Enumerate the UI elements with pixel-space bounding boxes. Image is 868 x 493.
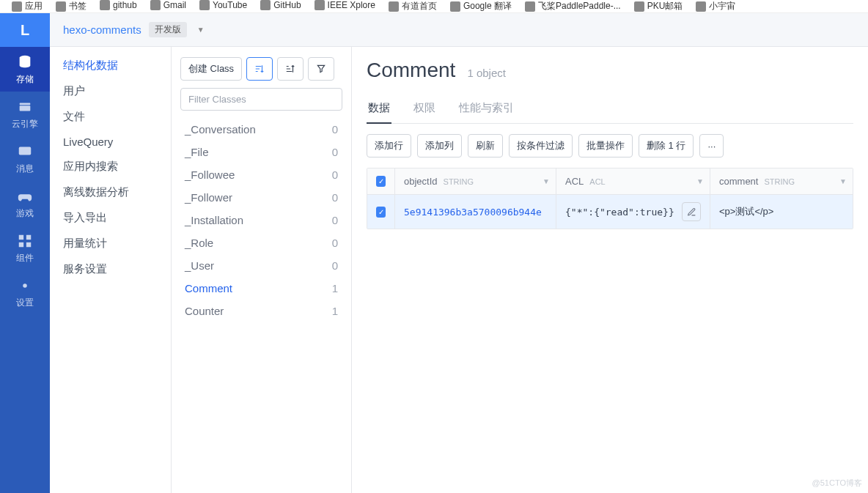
add-column-button[interactable]: 添加列 [417,134,462,157]
add-row-button[interactable]: 添加行 [367,134,411,157]
tab[interactable]: 数据 [367,95,391,124]
bookmark-item[interactable]: 应用 [12,0,43,12]
bookmark-item[interactable]: Gmail [150,0,186,10]
rail-label: 设置 [0,297,50,309]
column-header-acl[interactable]: ACLACL▼ [556,168,710,194]
delete-rows-button[interactable]: 删除 1 行 [639,134,694,157]
sidebar-item[interactable]: 应用内搜索 [50,154,171,179]
sort-desc-button[interactable] [277,57,304,81]
svg-rect-6 [19,242,23,247]
sort-asc-button[interactable] [246,57,273,81]
app-name-link[interactable]: hexo-comments [63,23,141,36]
database-icon [15,54,34,70]
filter-button[interactable]: 按条件过滤 [509,134,573,157]
rail-label: 云引擎 [0,118,50,130]
class-row[interactable]: Comment1 [180,277,342,300]
filter-icon-button[interactable] [308,57,334,81]
svg-rect-5 [26,235,31,240]
class-row[interactable]: _Follower0 [180,186,342,209]
bookmark-item[interactable]: IEEE Xplore [315,0,375,10]
top-header: hexo-comments 开发版 ▼ [50,13,868,47]
more-button[interactable]: ··· [699,134,724,157]
rail-label: 组件 [0,252,50,264]
bookmark-item[interactable]: PKU邮箱 [634,0,683,12]
bookmark-item[interactable]: Google 翻译 [450,0,512,12]
rail-item-cloud[interactable]: 云引擎 [0,92,50,136]
svg-rect-1 [20,105,31,111]
edit-icon[interactable] [682,202,701,221]
svg-rect-3 [19,147,32,155]
sidebar-item[interactable]: 用量统计 [50,231,171,256]
sidebar-item[interactable]: 用户 [50,78,171,104]
version-badge[interactable]: 开发版 [149,22,187,37]
create-class-button[interactable]: 创建 Class [180,57,242,81]
refresh-button[interactable]: 刷新 [468,134,503,157]
class-panel: 创建 Class _Conversation0_File0_Followee0_… [172,47,352,493]
objectid-link[interactable]: 5e9141396b3a5700096b944e [404,207,542,218]
bookmark-item[interactable]: github [100,0,137,10]
rail-label: 消息 [0,163,50,175]
class-row[interactable]: _Role0 [180,231,342,254]
batch-button[interactable]: 批量操作 [578,134,633,157]
rail-item-database[interactable]: 存储 [0,47,50,92]
rail-item-message[interactable]: 消息 [0,136,50,181]
column-header-objectid[interactable]: objectIdSTRING▼ [395,168,556,194]
class-row[interactable]: _Followee0 [180,163,342,186]
sidebar-item[interactable]: 导入导出 [50,205,171,231]
sidebar-item[interactable]: 服务设置 [50,256,171,282]
class-row[interactable]: _Installation0 [180,209,342,231]
bookmark-item[interactable]: 有道首页 [389,0,437,12]
filter-classes-input[interactable] [180,88,342,111]
page-title: Comment [367,59,455,82]
table-row[interactable]: ✓ 5e9141396b3a5700096b944e {"*":{"read":… [367,195,853,229]
object-count: 1 object [467,67,506,79]
grid-icon [15,233,34,249]
rail-item-gear[interactable]: 设置 [0,270,50,315]
bookmark-item[interactable]: YouTube [199,0,247,10]
svg-rect-4 [19,235,23,240]
data-table: ✓ objectIdSTRING▼ ACLACL▼ commentSTRING▼… [367,168,853,229]
class-row[interactable]: _User0 [180,254,342,277]
select-all-checkbox[interactable]: ✓ [376,176,386,187]
class-row[interactable]: _Conversation0 [180,118,342,141]
column-header-comment[interactable]: commentSTRING▼ [710,168,853,194]
acl-value: {"*":{"read":true}} [565,207,674,218]
message-icon [15,144,34,160]
svg-point-8 [23,283,27,288]
chevron-down-icon[interactable]: ▼ [197,26,205,34]
rail-label: 存储 [0,73,50,86]
tab[interactable]: 性能与索引 [457,95,515,124]
bookmarks-bar: 应用书签githubGmailYouTubeGitHubIEEE Xplore有… [0,0,868,13]
bookmark-item[interactable]: 飞桨PaddlePaddle-... [525,0,621,12]
class-row[interactable]: Counter1 [180,300,342,322]
sidebar-nav: 结构化数据用户文件LiveQuery应用内搜索离线数据分析导入导出用量统计服务设… [50,47,172,493]
bookmark-item[interactable]: GitHub [260,0,301,10]
rail-item-game[interactable]: 游戏 [0,181,50,226]
class-row[interactable]: _File0 [180,141,342,163]
row-checkbox[interactable]: ✓ [376,207,386,218]
bookmark-item[interactable]: 书签 [56,0,87,12]
svg-rect-2 [20,103,31,105]
tabs: 数据权限性能与索引 [367,95,853,124]
game-icon [15,188,34,204]
bookmark-item[interactable]: 小宇宙 [696,0,735,12]
tab[interactable]: 权限 [412,95,437,124]
svg-rect-7 [26,242,31,247]
sidebar-item[interactable]: LiveQuery [50,130,171,154]
left-rail: L 存储云引擎消息游戏组件设置 [0,13,50,493]
sidebar-item[interactable]: 结构化数据 [50,53,171,78]
watermark: @51CTO博客 [812,478,862,489]
comment-value: <p>测试</p> [719,205,773,218]
rail-item-grid[interactable]: 组件 [0,226,50,270]
logo[interactable]: L [0,13,50,47]
main-panel: Comment 1 object 数据权限性能与索引 添加行 添加列 刷新 按条… [352,47,868,493]
sidebar-item[interactable]: 离线数据分析 [50,179,171,205]
sidebar-item[interactable]: 文件 [50,104,171,130]
cloud-icon [15,99,34,115]
rail-label: 游戏 [0,207,50,220]
gear-icon [15,278,34,294]
